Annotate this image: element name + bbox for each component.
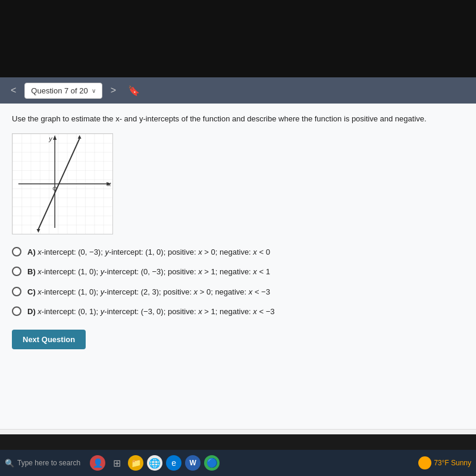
radio-d[interactable]: [12, 306, 21, 316]
taskbar-file-icon[interactable]: 📁: [128, 455, 143, 471]
question-label: Question 7 of 20: [31, 86, 87, 95]
next-question-button[interactable]: Next Question: [12, 330, 86, 349]
bottom-bezel: [0, 434, 476, 450]
taskbar-word-icon[interactable]: W: [185, 455, 201, 471]
nav-bar: < Question 7 of 20 ∨ > 🔖: [0, 77, 476, 104]
back-button[interactable]: <: [7, 83, 20, 98]
taskbar-chrome-icon[interactable]: 🌐: [147, 455, 162, 471]
weather-icon: [418, 456, 431, 469]
taskbar-chrome2-icon[interactable]: 🔵: [204, 455, 220, 471]
svg-text:y: y: [48, 134, 52, 142]
option-a[interactable]: A) x-intercept: (0, −3); y-intercept: (1…: [12, 246, 464, 258]
taskbar-windows-icon[interactable]: ⊞: [109, 455, 124, 471]
option-c-text: C) x-intercept: (1, 0); y-intercept: (2,…: [27, 286, 270, 298]
taskbar-edge-icon[interactable]: e: [166, 455, 181, 471]
taskbar-icons: 👤 ⊞ 📁 🌐 e W 🔵: [90, 455, 220, 471]
taskbar-weather: 73°F Sunny: [418, 456, 471, 469]
taskbar-search-text: Type here to search: [17, 459, 80, 467]
option-d[interactable]: D) x-intercept: (0, 1); y-intercept: (−3…: [12, 306, 464, 318]
option-b[interactable]: B) x-intercept: (1, 0); y-intercept: (0,…: [12, 266, 464, 278]
taskbar: 🔍 Type here to search 👤 ⊞ 📁 🌐 e W 🔵 73°F…: [0, 450, 476, 476]
question-dropdown[interactable]: Question 7 of 20 ∨: [24, 83, 102, 99]
option-d-text: D) x-intercept: (0, 1); y-intercept: (−3…: [27, 306, 275, 318]
option-b-text: B) x-intercept: (1, 0); y-intercept: (0,…: [27, 266, 270, 278]
graph-wrapper: y x O: [12, 133, 113, 234]
search-icon: 🔍: [5, 459, 14, 468]
option-a-text: A) x-intercept: (0, −3); y-intercept: (1…: [27, 246, 270, 258]
question-text: Use the graph to estimate the x- and y-i…: [12, 113, 464, 125]
bookmark-icon[interactable]: 🔖: [124, 83, 143, 99]
taskbar-user-icon[interactable]: 👤: [90, 455, 105, 471]
graph-container: y x O: [12, 133, 464, 234]
chevron-down-icon: ∨: [92, 87, 96, 94]
taskbar-search-area[interactable]: 🔍 Type here to search: [5, 459, 80, 468]
radio-c[interactable]: [12, 287, 21, 296]
options-list: A) x-intercept: (0, −3); y-intercept: (1…: [12, 246, 464, 318]
monitor-screen: < Question 7 of 20 ∨ > 🔖 Use the graph t…: [0, 77, 476, 446]
radio-b[interactable]: [12, 267, 21, 276]
weather-text: 73°F Sunny: [434, 459, 471, 467]
option-c[interactable]: C) x-intercept: (1, 0); y-intercept: (2,…: [12, 286, 464, 298]
radio-a[interactable]: [12, 247, 21, 256]
content-area: Use the graph to estimate the x- and y-i…: [0, 104, 476, 429]
forward-button[interactable]: >: [107, 83, 120, 98]
graph-svg: y x O: [12, 134, 112, 234]
top-bezel: [0, 0, 476, 77]
svg-text:x: x: [107, 180, 111, 187]
